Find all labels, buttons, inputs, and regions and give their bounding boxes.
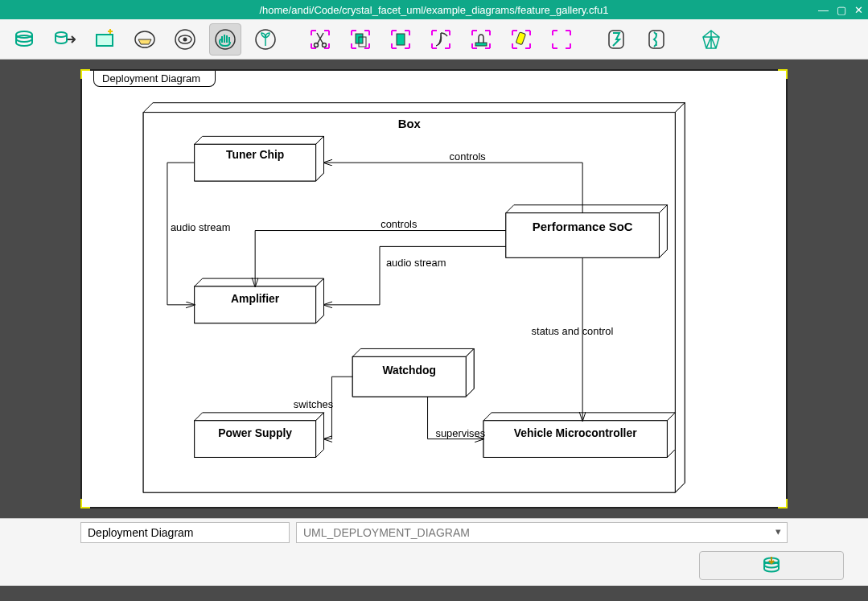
title-bar: /home/andi/Code/crystal_facet_uml/exampl…	[0, 0, 868, 19]
svg-point-19	[656, 33, 657, 35]
svg-text:Performance SoC: Performance SoC	[533, 220, 633, 233]
plant-icon[interactable]	[249, 23, 282, 56]
svg-text:audio stream: audio stream	[171, 221, 231, 233]
database-icon[interactable]	[8, 23, 40, 56]
svg-point-11	[323, 43, 327, 47]
svg-text:audio stream: audio stream	[386, 257, 446, 269]
undo-icon[interactable]	[600, 23, 632, 56]
svg-marker-32	[506, 205, 668, 213]
node-amplifier[interactable]: Amplifier	[195, 278, 324, 323]
svg-text:status and control: status and control	[532, 325, 614, 337]
canvas-area: Deployment Diagram Box Tuner	[0, 60, 868, 518]
svg-marker-27	[195, 136, 324, 144]
diagram-tab-label: Deployment Diagram	[93, 71, 216, 87]
svg-marker-47	[195, 413, 324, 421]
svg-marker-52	[483, 413, 675, 421]
node-vehicle[interactable]: Vehicle Microcontroller	[483, 413, 675, 458]
svg-text:controls: controls	[450, 150, 486, 163]
properties-bar	[0, 518, 868, 545]
svg-marker-43	[466, 348, 474, 397]
export-icon[interactable]	[48, 23, 80, 56]
svg-marker-37	[195, 278, 324, 286]
svg-marker-48	[316, 413, 324, 458]
folder-icon[interactable]	[129, 23, 161, 56]
reset-icon[interactable]	[545, 23, 578, 56]
node-soc[interactable]: Performance SoC	[506, 205, 668, 258]
new-window-icon[interactable]	[88, 23, 121, 56]
svg-point-20	[656, 44, 657, 46]
svg-rect-3	[97, 35, 113, 46]
svg-text:Vehicle Microcontroller: Vehicle Microcontroller	[514, 426, 637, 439]
svg-marker-53	[667, 413, 675, 458]
svg-text:Box: Box	[398, 117, 422, 130]
svg-marker-38	[316, 278, 324, 323]
diagram-svg[interactable]: Box Tuner Chip Performance SoC	[82, 71, 786, 507]
svg-rect-15	[475, 43, 487, 46]
node-power[interactable]: Power Supply	[195, 413, 324, 458]
delete-icon[interactable]	[425, 23, 457, 56]
crystal-icon[interactable]	[695, 23, 727, 56]
svg-marker-42	[352, 348, 474, 356]
svg-marker-22	[143, 103, 685, 113]
svg-text:switches: switches	[294, 398, 333, 410]
paste-icon[interactable]	[385, 23, 417, 56]
element-name-input[interactable]	[80, 522, 290, 543]
svg-text:Amplifier: Amplifier	[231, 292, 280, 305]
svg-text:Watchdog: Watchdog	[382, 364, 436, 377]
redo-icon[interactable]	[640, 23, 673, 56]
svg-text:supervises: supervises	[435, 427, 485, 439]
node-watchdog[interactable]: Watchdog	[352, 348, 474, 397]
svg-marker-28	[316, 136, 324, 181]
hand-icon[interactable]	[209, 23, 241, 56]
svg-text:Tuner Chip: Tuner Chip	[226, 148, 284, 161]
node-tuner[interactable]: Tuner Chip	[195, 136, 324, 181]
svg-rect-16	[516, 31, 525, 44]
commit-button[interactable]	[699, 551, 844, 580]
minimize-button[interactable]: —	[818, 4, 829, 16]
svg-point-7	[183, 37, 187, 41]
close-button[interactable]: ✕	[854, 4, 863, 16]
svg-marker-23	[675, 103, 685, 492]
window-title: /home/andi/Code/crystal_facet_uml/exampl…	[259, 4, 608, 16]
maximize-button[interactable]: ▢	[837, 4, 846, 16]
cut-icon[interactable]	[304, 23, 336, 56]
svg-point-2	[56, 32, 67, 37]
copy-icon[interactable]	[344, 23, 376, 56]
svg-point-10	[315, 43, 319, 47]
svg-text:Power Supply: Power Supply	[218, 426, 292, 439]
toolbar	[0, 19, 868, 60]
svg-marker-33	[659, 205, 667, 258]
commit-icon	[761, 555, 782, 576]
svg-text:controls: controls	[381, 218, 417, 230]
eye-icon[interactable]	[169, 23, 201, 56]
element-type-select[interactable]	[296, 522, 788, 543]
stamp-icon[interactable]	[465, 23, 497, 56]
svg-rect-14	[397, 34, 405, 45]
diagram-canvas[interactable]: Deployment Diagram Box Tuner	[80, 69, 788, 508]
action-row	[0, 545, 868, 586]
highlight-icon[interactable]	[505, 23, 537, 56]
